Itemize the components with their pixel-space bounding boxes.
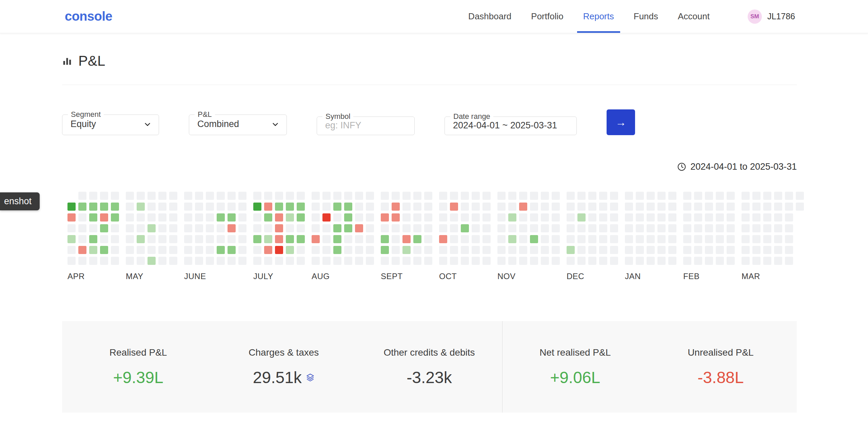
heatmap-cell[interactable] xyxy=(541,203,549,211)
heatmap-cell[interactable] xyxy=(322,246,331,254)
heatmap-cell[interactable] xyxy=(625,224,633,232)
screenshot-overlay-button[interactable]: enshot xyxy=(0,192,40,210)
heatmap-cell[interactable] xyxy=(657,235,666,243)
heatmap-cell[interactable] xyxy=(355,257,363,265)
heatmap-cell[interactable] xyxy=(461,257,469,265)
heatmap-cell[interactable] xyxy=(392,224,400,232)
nav-item-dashboard[interactable]: Dashboard xyxy=(468,0,511,33)
heatmap-cell[interactable] xyxy=(100,203,108,211)
heatmap-cell[interactable] xyxy=(333,192,341,200)
heatmap-cell[interactable] xyxy=(763,235,771,243)
heatmap-cell[interactable] xyxy=(344,257,352,265)
heatmap-cell[interactable] xyxy=(472,257,480,265)
heatmap-cell[interactable] xyxy=(100,257,108,265)
heatmap-cell[interactable] xyxy=(228,224,236,232)
heatmap-cell[interactable] xyxy=(381,246,389,254)
heatmap-cell[interactable] xyxy=(752,224,761,232)
heatmap-cell[interactable] xyxy=(482,246,491,254)
heatmap-cell[interactable] xyxy=(312,235,320,243)
heatmap-cell[interactable] xyxy=(785,213,793,222)
heatmap-cell[interactable] xyxy=(147,213,156,222)
heatmap-cell[interactable] xyxy=(253,224,261,232)
heatmap-cell[interactable] xyxy=(668,235,676,243)
heatmap-cell[interactable] xyxy=(228,257,236,265)
heatmap-cell[interactable] xyxy=(439,246,447,254)
heatmap-cell[interactable] xyxy=(625,235,633,243)
heatmap-cell[interactable] xyxy=(228,203,236,211)
heatmap-cell[interactable] xyxy=(158,257,166,265)
heatmap-cell[interactable] xyxy=(683,213,691,222)
heatmap-cell[interactable] xyxy=(392,192,400,200)
heatmap-cell[interactable] xyxy=(195,246,203,254)
heatmap-cell[interactable] xyxy=(657,203,666,211)
heatmap-cell[interactable] xyxy=(264,224,272,232)
heatmap-cell[interactable] xyxy=(774,213,782,222)
heatmap-cell[interactable] xyxy=(366,257,374,265)
heatmap-cell[interactable] xyxy=(705,192,713,200)
heatmap-cell[interactable] xyxy=(78,257,86,265)
heatmap-cell[interactable] xyxy=(78,224,86,232)
heatmap-cell[interactable] xyxy=(647,203,655,211)
heatmap-cell[interactable] xyxy=(647,213,655,222)
heatmap-cell[interactable] xyxy=(567,192,575,200)
heatmap-cell[interactable] xyxy=(402,224,411,232)
heatmap-cell[interactable] xyxy=(647,235,655,243)
heatmap-cell[interactable] xyxy=(238,246,246,254)
heatmap-cell[interactable] xyxy=(752,257,761,265)
heatmap-cell[interactable] xyxy=(716,192,724,200)
heatmap-cell[interactable] xyxy=(763,246,771,254)
heatmap-cell[interactable] xyxy=(647,192,655,200)
heatmap-cell[interactable] xyxy=(322,192,331,200)
heatmap-cell[interactable] xyxy=(530,224,538,232)
user-group[interactable]: SM JL1786 xyxy=(748,9,795,24)
heatmap-cell[interactable] xyxy=(228,213,236,222)
heatmap-cell[interactable] xyxy=(450,235,458,243)
heatmap-cell[interactable] xyxy=(413,213,421,222)
heatmap-cell[interactable] xyxy=(322,257,331,265)
heatmap-cell[interactable] xyxy=(716,235,724,243)
heatmap-cell[interactable] xyxy=(668,257,676,265)
heatmap-cell[interactable] xyxy=(472,203,480,211)
heatmap-cell[interactable] xyxy=(657,192,666,200)
heatmap-cell[interactable] xyxy=(472,224,480,232)
heatmap-cell[interactable] xyxy=(355,192,363,200)
heatmap-cell[interactable] xyxy=(567,235,575,243)
heatmap-cell[interactable] xyxy=(312,224,320,232)
heatmap-cell[interactable] xyxy=(169,192,177,200)
heatmap-cell[interactable] xyxy=(450,257,458,265)
heatmap-cell[interactable] xyxy=(89,192,97,200)
heatmap-cell[interactable] xyxy=(206,192,214,200)
heatmap-cell[interactable] xyxy=(541,213,549,222)
heatmap-cell[interactable] xyxy=(647,224,655,232)
heatmap-cell[interactable] xyxy=(195,192,203,200)
heatmap-cell[interactable] xyxy=(206,224,214,232)
heatmap-cell[interactable] xyxy=(727,246,735,254)
heatmap-cell[interactable] xyxy=(286,257,294,265)
heatmap-cell[interactable] xyxy=(126,235,134,243)
heatmap-cell[interactable] xyxy=(297,235,305,243)
heatmap-cell[interactable] xyxy=(530,257,538,265)
heatmap-cell[interactable] xyxy=(610,257,618,265)
heatmap-cell[interactable] xyxy=(78,213,86,222)
heatmap-cell[interactable] xyxy=(312,203,320,211)
heatmap-cell[interactable] xyxy=(253,203,261,211)
avatar[interactable]: SM xyxy=(748,9,762,24)
layers-icon[interactable] xyxy=(306,373,315,382)
heatmap-cell[interactable] xyxy=(169,203,177,211)
heatmap-cell[interactable] xyxy=(264,213,272,222)
heatmap-cell[interactable] xyxy=(482,213,491,222)
heatmap-cell[interactable] xyxy=(195,213,203,222)
heatmap-cell[interactable] xyxy=(424,203,432,211)
heatmap-cell[interactable] xyxy=(184,246,192,254)
heatmap-cell[interactable] xyxy=(530,246,538,254)
heatmap-cell[interactable] xyxy=(774,235,782,243)
heatmap-cell[interactable] xyxy=(366,224,374,232)
heatmap-cell[interactable] xyxy=(752,192,761,200)
heatmap-cell[interactable] xyxy=(752,235,761,243)
heatmap-cell[interactable] xyxy=(774,246,782,254)
heatmap-cell[interactable] xyxy=(126,246,134,254)
heatmap-cell[interactable] xyxy=(705,235,713,243)
heatmap-cell[interactable] xyxy=(610,235,618,243)
heatmap-cell[interactable] xyxy=(366,203,374,211)
heatmap-cell[interactable] xyxy=(450,213,458,222)
